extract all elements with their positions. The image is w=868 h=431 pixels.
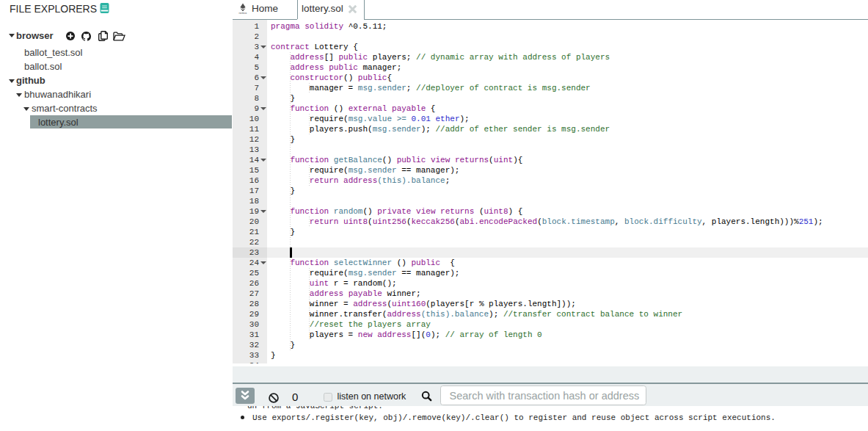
svg-text:remix: remix	[238, 11, 247, 14]
